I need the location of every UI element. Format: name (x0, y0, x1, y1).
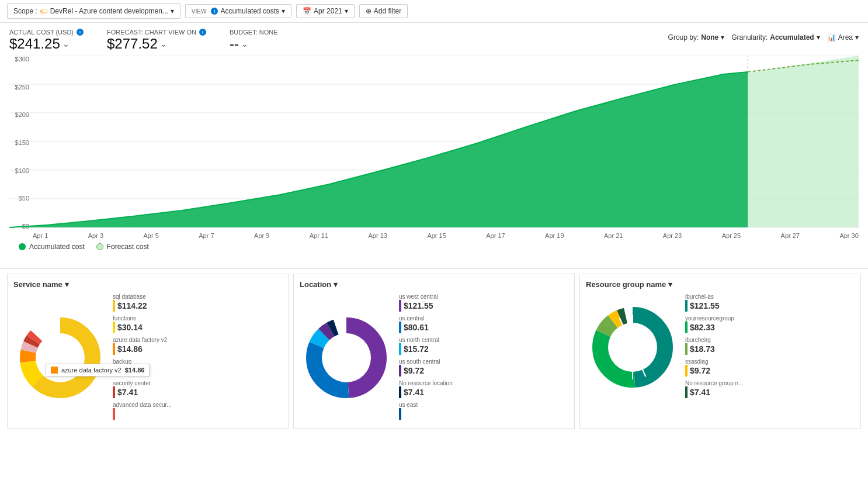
resource-group-legend: iburchel-as $121.55 yourresourcegroup $8… (685, 293, 855, 400)
rg-item-value-4: $9.72 (685, 365, 855, 376)
service-item-label-2: functions (113, 315, 282, 322)
location-title: Location (300, 280, 331, 289)
service-color-bar-5 (113, 386, 115, 398)
legend-actual: Accumulated cost (19, 243, 85, 251)
location-item-label-4: us south central (399, 358, 568, 365)
view-value: Accumulated costs (220, 7, 279, 15)
location-legend: us west central $121.55 us central $80.6… (399, 293, 568, 422)
scope-button[interactable]: Scope : 🏷 DevRel - Azure content develop… (7, 4, 180, 19)
resource-group-donut-svg (586, 300, 679, 394)
service-legend: sql database $114.22 functions $30.14 az… (113, 293, 282, 422)
resource-group-title: Resource group name (586, 280, 666, 289)
x-label-apr21: Apr 21 (604, 232, 623, 239)
service-item-label-5: security center (113, 380, 282, 386)
legend-actual-label: Accumulated cost (29, 243, 85, 251)
location-legend-item-5: No resource location $7.41 (399, 380, 568, 398)
service-item-value-5: $7.41 (113, 386, 282, 398)
rg-item-label-5: No resource group n... (685, 380, 855, 386)
chart-icon: 📊 (827, 33, 836, 42)
granularity-label: Granularity: (731, 33, 768, 42)
location-legend-item-4: us south central $9.72 (399, 358, 568, 376)
service-name-title: Service name (13, 280, 63, 289)
location-color-bar-5 (399, 386, 401, 398)
granularity-chevron: ▾ (817, 33, 820, 42)
service-item-value-3: $14.86 (113, 343, 282, 355)
location-item-label-5: No resource location (399, 380, 568, 386)
top-bar: Scope : 🏷 DevRel - Azure content develop… (0, 0, 868, 23)
view-info-icon: i (211, 8, 218, 15)
resource-group-chevron: ▾ (668, 280, 672, 289)
service-item-label-3: azure data factory v2 (113, 337, 282, 343)
location-color-bar-3 (399, 343, 401, 355)
x-label-apr17: Apr 17 (486, 232, 505, 239)
rg-item-value-1: $121.55 (685, 300, 855, 312)
x-label-apr15: Apr 15 (427, 232, 446, 239)
actual-cost-metric: ACTUAL COST (USD) i $241.25 ⌄ (9, 29, 84, 52)
filter-label: Add filter (374, 7, 401, 15)
chevron-down-icon2: ▾ (282, 7, 285, 15)
rg-item-value-2: $82.33 (685, 322, 855, 333)
granularity-control[interactable]: Granularity: Accumulated ▾ (731, 33, 820, 42)
rg-item-value-3: $18.73 (685, 343, 855, 355)
rg-color-bar-5 (685, 386, 688, 398)
location-item-value-3: $15.72 (399, 343, 568, 355)
location-header[interactable]: Location ▾ (300, 280, 568, 289)
groupby-control[interactable]: Group by: None ▾ (668, 33, 725, 42)
actual-chevron: ⌄ (63, 39, 70, 49)
x-label-apr11: Apr 11 (310, 232, 328, 239)
budget-chevron: ⌄ (241, 39, 248, 49)
resource-group-header[interactable]: Resource group name ▾ (586, 280, 855, 289)
calendar-icon: 📅 (303, 7, 311, 15)
forecast-chevron: ⌄ (160, 39, 167, 49)
rg-legend-item-4: ssasdiag $9.72 (685, 358, 855, 376)
period-button[interactable]: 📅 Apr 2021 ▾ (296, 4, 355, 18)
location-item-value-1: $121.55 (399, 300, 568, 312)
groupby-value: None (701, 33, 718, 42)
forecast-area (748, 56, 859, 227)
service-legend-item-1: sql database $114.22 (113, 293, 282, 312)
x-label-apr9: Apr 9 (254, 232, 269, 239)
service-color-bar-3 (113, 343, 115, 355)
service-panel-content: azure data factory v2 $14.86 sql databas… (13, 293, 282, 422)
x-label-apr3: Apr 3 (88, 232, 103, 239)
service-legend-item-3: azure data factory v2 $14.86 (113, 337, 282, 355)
svg-point-20 (322, 333, 371, 382)
location-item-label-6: us east (399, 402, 568, 408)
service-name-header[interactable]: Service name ▾ (13, 280, 282, 289)
service-name-panel: Service name ▾ azure data (7, 274, 289, 429)
service-item-value-6 (113, 408, 282, 420)
scope-icon: 🏷 (40, 6, 48, 16)
location-legend-item-1: us west central $121.55 (399, 293, 568, 312)
location-color-bar-2 (399, 322, 401, 333)
x-label-apr19: Apr 19 (545, 232, 564, 239)
resource-group-panel-content: iburchel-as $121.55 yourresourcegroup $8… (586, 293, 855, 400)
service-legend-item-5: security center $7.41 (113, 380, 282, 398)
forecast-label: FORECAST: CHART VIEW ON i (107, 29, 206, 36)
scope-value: DevRel - Azure content developmen... (50, 7, 168, 15)
x-label-apr23: Apr 23 (663, 232, 682, 239)
rg-color-bar-1 (685, 300, 688, 312)
service-donut-svg (13, 311, 107, 405)
budget-label: BUDGET: NONE (230, 29, 278, 36)
service-item-label-1: sql database (113, 293, 282, 300)
budget-value: -- ⌄ (230, 36, 278, 52)
chart-type-control[interactable]: 📊 Area ▾ (827, 33, 859, 42)
period-value: Apr 2021 (314, 7, 342, 15)
rg-legend-item-5: No resource group n... $7.41 (685, 380, 855, 398)
service-legend-item-2: functions $30.14 (113, 315, 282, 333)
rg-item-value-5: $7.41 (685, 386, 855, 398)
main-chart-svg (9, 56, 859, 228)
view-button[interactable]: VIEW i Accumulated costs ▾ (185, 4, 291, 18)
rg-legend-item-2: yourresourcegroup $82.33 (685, 315, 855, 333)
rg-legend-item-3: iburcheirg $18.73 (685, 337, 855, 355)
x-label-apr5: Apr 5 (143, 232, 158, 239)
actual-area (9, 72, 748, 227)
legend-forecast: Forecast cost (96, 243, 149, 251)
location-item-value-4: $9.72 (399, 365, 568, 376)
rg-color-bar-2 (685, 322, 688, 333)
add-filter-button[interactable]: ⊕ Add filter (359, 4, 408, 18)
metrics-bar: ACTUAL COST (USD) i $241.25 ⌄ FORECAST: … (0, 23, 868, 56)
location-item-label-1: us west central (399, 293, 568, 300)
location-item-label-3: us north central (399, 337, 568, 343)
service-color-bar-6 (113, 408, 115, 420)
